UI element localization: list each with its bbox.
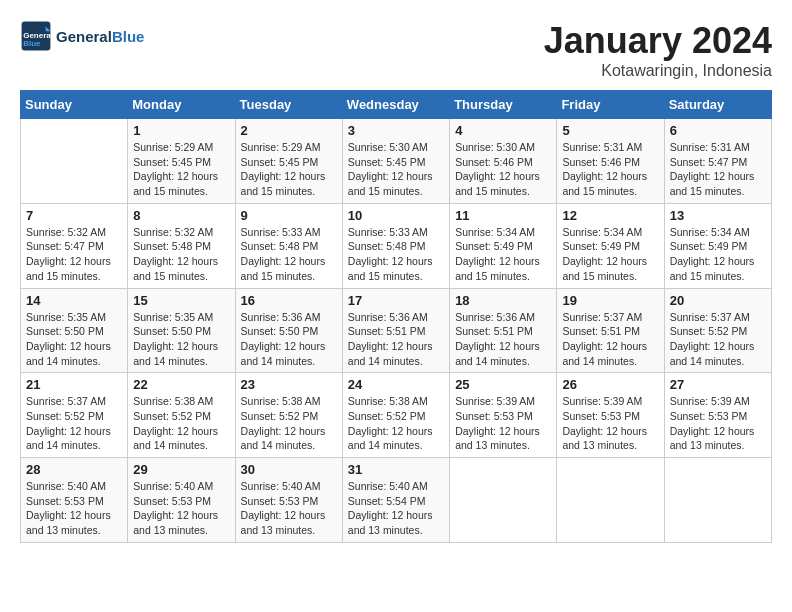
column-header-sunday: Sunday	[21, 91, 128, 119]
title-area: January 2024 Kotawaringin, Indonesia	[544, 20, 772, 80]
calendar-header-row: SundayMondayTuesdayWednesdayThursdayFrid…	[21, 91, 772, 119]
day-info: Sunrise: 5:29 AM Sunset: 5:45 PM Dayligh…	[241, 140, 337, 199]
column-header-friday: Friday	[557, 91, 664, 119]
calendar-cell: 9Sunrise: 5:33 AM Sunset: 5:48 PM Daylig…	[235, 203, 342, 288]
calendar-title: January 2024	[544, 20, 772, 62]
calendar-week-row: 28Sunrise: 5:40 AM Sunset: 5:53 PM Dayli…	[21, 458, 772, 543]
calendar-cell	[557, 458, 664, 543]
calendar-cell: 5Sunrise: 5:31 AM Sunset: 5:46 PM Daylig…	[557, 119, 664, 204]
calendar-cell: 18Sunrise: 5:36 AM Sunset: 5:51 PM Dayli…	[450, 288, 557, 373]
calendar-cell: 13Sunrise: 5:34 AM Sunset: 5:49 PM Dayli…	[664, 203, 771, 288]
day-info: Sunrise: 5:30 AM Sunset: 5:46 PM Dayligh…	[455, 140, 551, 199]
day-info: Sunrise: 5:32 AM Sunset: 5:47 PM Dayligh…	[26, 225, 122, 284]
day-number: 19	[562, 293, 658, 308]
calendar-week-row: 7Sunrise: 5:32 AM Sunset: 5:47 PM Daylig…	[21, 203, 772, 288]
day-number: 29	[133, 462, 229, 477]
calendar-cell: 3Sunrise: 5:30 AM Sunset: 5:45 PM Daylig…	[342, 119, 449, 204]
day-info: Sunrise: 5:39 AM Sunset: 5:53 PM Dayligh…	[670, 394, 766, 453]
day-info: Sunrise: 5:38 AM Sunset: 5:52 PM Dayligh…	[133, 394, 229, 453]
day-number: 30	[241, 462, 337, 477]
svg-text:General: General	[23, 31, 52, 40]
day-info: Sunrise: 5:37 AM Sunset: 5:52 PM Dayligh…	[670, 310, 766, 369]
day-number: 21	[26, 377, 122, 392]
day-info: Sunrise: 5:34 AM Sunset: 5:49 PM Dayligh…	[562, 225, 658, 284]
day-info: Sunrise: 5:37 AM Sunset: 5:52 PM Dayligh…	[26, 394, 122, 453]
calendar-cell	[450, 458, 557, 543]
day-number: 16	[241, 293, 337, 308]
day-info: Sunrise: 5:32 AM Sunset: 5:48 PM Dayligh…	[133, 225, 229, 284]
logo-text: GeneralBlue	[56, 28, 144, 45]
logo-icon: General Blue	[20, 20, 52, 52]
day-number: 22	[133, 377, 229, 392]
day-number: 20	[670, 293, 766, 308]
day-info: Sunrise: 5:40 AM Sunset: 5:53 PM Dayligh…	[133, 479, 229, 538]
calendar-cell: 19Sunrise: 5:37 AM Sunset: 5:51 PM Dayli…	[557, 288, 664, 373]
day-number: 5	[562, 123, 658, 138]
calendar-cell: 20Sunrise: 5:37 AM Sunset: 5:52 PM Dayli…	[664, 288, 771, 373]
calendar-cell: 6Sunrise: 5:31 AM Sunset: 5:47 PM Daylig…	[664, 119, 771, 204]
column-header-saturday: Saturday	[664, 91, 771, 119]
day-info: Sunrise: 5:40 AM Sunset: 5:53 PM Dayligh…	[241, 479, 337, 538]
calendar-cell: 16Sunrise: 5:36 AM Sunset: 5:50 PM Dayli…	[235, 288, 342, 373]
column-header-wednesday: Wednesday	[342, 91, 449, 119]
day-info: Sunrise: 5:39 AM Sunset: 5:53 PM Dayligh…	[562, 394, 658, 453]
day-info: Sunrise: 5:36 AM Sunset: 5:50 PM Dayligh…	[241, 310, 337, 369]
calendar-cell: 14Sunrise: 5:35 AM Sunset: 5:50 PM Dayli…	[21, 288, 128, 373]
calendar-cell: 10Sunrise: 5:33 AM Sunset: 5:48 PM Dayli…	[342, 203, 449, 288]
logo: General Blue GeneralBlue	[20, 20, 144, 52]
day-number: 13	[670, 208, 766, 223]
day-number: 2	[241, 123, 337, 138]
day-info: Sunrise: 5:30 AM Sunset: 5:45 PM Dayligh…	[348, 140, 444, 199]
svg-text:Blue: Blue	[23, 39, 41, 48]
column-header-thursday: Thursday	[450, 91, 557, 119]
calendar-cell: 28Sunrise: 5:40 AM Sunset: 5:53 PM Dayli…	[21, 458, 128, 543]
day-info: Sunrise: 5:37 AM Sunset: 5:51 PM Dayligh…	[562, 310, 658, 369]
calendar-week-row: 14Sunrise: 5:35 AM Sunset: 5:50 PM Dayli…	[21, 288, 772, 373]
calendar-cell	[664, 458, 771, 543]
day-number: 18	[455, 293, 551, 308]
day-info: Sunrise: 5:31 AM Sunset: 5:47 PM Dayligh…	[670, 140, 766, 199]
day-number: 23	[241, 377, 337, 392]
day-number: 28	[26, 462, 122, 477]
calendar-subtitle: Kotawaringin, Indonesia	[544, 62, 772, 80]
day-number: 31	[348, 462, 444, 477]
day-number: 9	[241, 208, 337, 223]
day-info: Sunrise: 5:31 AM Sunset: 5:46 PM Dayligh…	[562, 140, 658, 199]
calendar-cell	[21, 119, 128, 204]
calendar-cell: 7Sunrise: 5:32 AM Sunset: 5:47 PM Daylig…	[21, 203, 128, 288]
day-info: Sunrise: 5:35 AM Sunset: 5:50 PM Dayligh…	[133, 310, 229, 369]
calendar-cell: 2Sunrise: 5:29 AM Sunset: 5:45 PM Daylig…	[235, 119, 342, 204]
calendar-cell: 8Sunrise: 5:32 AM Sunset: 5:48 PM Daylig…	[128, 203, 235, 288]
day-number: 14	[26, 293, 122, 308]
day-number: 7	[26, 208, 122, 223]
day-info: Sunrise: 5:40 AM Sunset: 5:53 PM Dayligh…	[26, 479, 122, 538]
day-info: Sunrise: 5:34 AM Sunset: 5:49 PM Dayligh…	[670, 225, 766, 284]
day-info: Sunrise: 5:39 AM Sunset: 5:53 PM Dayligh…	[455, 394, 551, 453]
page-header: General Blue GeneralBlue January 2024 Ko…	[20, 20, 772, 80]
calendar-week-row: 21Sunrise: 5:37 AM Sunset: 5:52 PM Dayli…	[21, 373, 772, 458]
day-info: Sunrise: 5:40 AM Sunset: 5:54 PM Dayligh…	[348, 479, 444, 538]
day-info: Sunrise: 5:29 AM Sunset: 5:45 PM Dayligh…	[133, 140, 229, 199]
calendar-cell: 11Sunrise: 5:34 AM Sunset: 5:49 PM Dayli…	[450, 203, 557, 288]
calendar-cell: 15Sunrise: 5:35 AM Sunset: 5:50 PM Dayli…	[128, 288, 235, 373]
day-number: 3	[348, 123, 444, 138]
calendar-cell: 12Sunrise: 5:34 AM Sunset: 5:49 PM Dayli…	[557, 203, 664, 288]
calendar-cell: 17Sunrise: 5:36 AM Sunset: 5:51 PM Dayli…	[342, 288, 449, 373]
day-number: 12	[562, 208, 658, 223]
day-info: Sunrise: 5:38 AM Sunset: 5:52 PM Dayligh…	[241, 394, 337, 453]
day-number: 11	[455, 208, 551, 223]
calendar-cell: 31Sunrise: 5:40 AM Sunset: 5:54 PM Dayli…	[342, 458, 449, 543]
calendar-cell: 29Sunrise: 5:40 AM Sunset: 5:53 PM Dayli…	[128, 458, 235, 543]
day-number: 15	[133, 293, 229, 308]
day-number: 17	[348, 293, 444, 308]
calendar-cell: 1Sunrise: 5:29 AM Sunset: 5:45 PM Daylig…	[128, 119, 235, 204]
calendar-table: SundayMondayTuesdayWednesdayThursdayFrid…	[20, 90, 772, 543]
calendar-cell: 23Sunrise: 5:38 AM Sunset: 5:52 PM Dayli…	[235, 373, 342, 458]
day-info: Sunrise: 5:38 AM Sunset: 5:52 PM Dayligh…	[348, 394, 444, 453]
calendar-cell: 21Sunrise: 5:37 AM Sunset: 5:52 PM Dayli…	[21, 373, 128, 458]
day-number: 10	[348, 208, 444, 223]
calendar-cell: 27Sunrise: 5:39 AM Sunset: 5:53 PM Dayli…	[664, 373, 771, 458]
day-number: 27	[670, 377, 766, 392]
day-info: Sunrise: 5:33 AM Sunset: 5:48 PM Dayligh…	[348, 225, 444, 284]
day-number: 26	[562, 377, 658, 392]
